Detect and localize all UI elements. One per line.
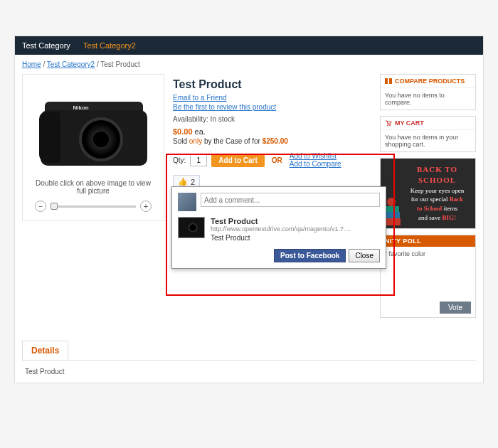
price-each: $0.00 ea. — [173, 127, 371, 136]
category-nav: Test Category Test Category2 — [15, 36, 483, 55]
my-cart-header: MY CART — [381, 117, 475, 130]
or-separator: OR — [269, 156, 285, 164]
qty-label: Qty: — [173, 156, 186, 164]
breadcrumb: Home / Test Category2 / Test Product — [15, 55, 483, 74]
poll-body: r favorite color Vote — [381, 247, 475, 317]
poll-header: NITY POLL — [381, 235, 475, 247]
zoom-slider[interactable] — [51, 206, 136, 208]
details-section: Details Test Product — [22, 341, 476, 383]
sold-only: only — [189, 137, 202, 145]
product-title: Test Product — [173, 78, 371, 91]
poll-question: r favorite color — [385, 250, 471, 257]
camera-brand-label: Nikon — [73, 105, 89, 111]
add-to-compare-link[interactable]: Add to Compare — [290, 160, 341, 168]
zoom-out-button[interactable]: − — [35, 201, 46, 212]
qty-row: Qty: Add to Cart OR Add to Wishlist Add … — [173, 152, 371, 168]
product-image-box: Nikon Double click on above image to vie… — [22, 74, 164, 221]
breadcrumb-current: Test Product — [100, 60, 140, 68]
svg-rect-0 — [385, 78, 388, 84]
cart-icon — [385, 119, 392, 127]
attachment-thumbnail — [178, 217, 205, 238]
add-to-cart-button[interactable]: Add to Cart — [211, 154, 264, 167]
zoom-controls: − + — [31, 201, 155, 212]
attachment-desc: Test Product — [211, 234, 351, 242]
like-count: 2 — [191, 178, 195, 186]
zoom-in-button[interactable]: + — [140, 201, 152, 212]
close-button[interactable]: Close — [349, 249, 380, 262]
promo-l2a: for our special — [411, 196, 450, 203]
details-tab[interactable]: Details — [22, 341, 68, 360]
cart-body: You have no items in your shopping cart. — [381, 130, 475, 151]
nav-test-category2[interactable]: Test Category2 — [83, 41, 136, 50]
availability: Availability: In stock — [173, 115, 371, 123]
product-image[interactable]: Nikon — [35, 90, 152, 172]
price-zero: $0.00 — [173, 127, 193, 136]
product-info-column: Test Product Email to a Friend Be the fi… — [173, 74, 371, 324]
zoom-handle[interactable] — [51, 203, 58, 210]
image-hint: Double click on above image to view full… — [31, 179, 155, 195]
post-to-facebook-button[interactable]: Post to Facebook — [274, 249, 346, 262]
breadcrumb-category[interactable]: Test Category2 — [47, 60, 95, 68]
community-poll-box: NITY POLL r favorite color Vote — [380, 235, 476, 318]
price-case-row: Sold only by the Case of for $250.00 — [173, 137, 371, 145]
price-ea-suffix: ea. — [193, 127, 206, 136]
promo-big: BIG! — [442, 214, 456, 221]
case-price: $250.00 — [263, 137, 288, 145]
sold-label: Sold — [173, 137, 189, 145]
share-attachment: Test Product http://www.opentestdrive.co… — [178, 217, 380, 242]
vote-button[interactable]: Vote — [440, 302, 471, 314]
attachment-title: Test Product — [211, 217, 351, 225]
promo-title: BACK TO SCHOOL — [405, 164, 470, 186]
nav-test-category[interactable]: Test Category — [22, 41, 70, 50]
by-case: by the Case of for — [202, 137, 263, 145]
compare-body: You have no items to compare. — [381, 88, 475, 110]
comment-input[interactable] — [201, 193, 380, 207]
breadcrumb-home[interactable]: Home — [22, 60, 41, 68]
back-to-school-promo[interactable]: BACK TO SCHOOL Keep your eyes open for o… — [380, 158, 476, 229]
add-to-wishlist-link[interactable]: Add to Wishlist — [290, 152, 341, 160]
first-review-link[interactable]: Be the first to review this product — [173, 103, 371, 111]
svg-point-2 — [387, 124, 388, 126]
compare-products-header: COMPARE PRODUCTS — [381, 75, 475, 88]
promo-l2b: Back — [450, 196, 464, 203]
facebook-share-popup: Test Product http://www.opentestdrive.co… — [171, 186, 386, 269]
email-friend-link[interactable]: Email to a Friend — [173, 94, 371, 102]
promo-l4: and save — [418, 214, 443, 221]
qty-input[interactable] — [190, 154, 207, 166]
sidebar: COMPARE PRODUCTS You have no items to co… — [380, 74, 476, 324]
my-cart-box: MY CART You have no items in your shoppi… — [380, 116, 476, 152]
details-body: Test Product — [22, 360, 476, 383]
cart-title: MY CART — [395, 119, 424, 127]
page-container: Test Category Test Category2 Home / Test… — [14, 36, 484, 383]
svg-rect-1 — [389, 78, 392, 84]
svg-point-3 — [389, 124, 391, 126]
compare-icon — [385, 78, 392, 85]
promo-l3a: to School — [417, 205, 442, 212]
user-avatar — [178, 193, 196, 211]
compare-title: COMPARE PRODUCTS — [395, 78, 465, 85]
product-image-column: Nikon Double click on above image to vie… — [22, 74, 164, 324]
compare-products-box: COMPARE PRODUCTS You have no items to co… — [380, 74, 476, 110]
promo-line1: Keep your eyes open — [405, 186, 470, 196]
attachment-url: http://www.opentestdrive.com/qa/magento/… — [211, 225, 351, 233]
thumb-up-icon: 👍 — [178, 177, 188, 186]
promo-l3b: items — [442, 205, 457, 212]
